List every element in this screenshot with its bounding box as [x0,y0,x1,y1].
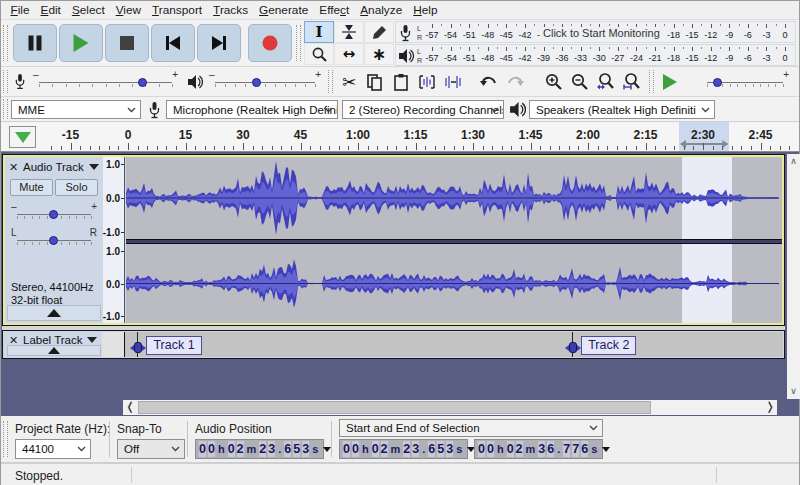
selection-end-field[interactable]: 00h02m36.776s [474,439,603,459]
menu-tracks[interactable]: Tracks [208,3,254,17]
zoom-selection-icon [596,72,616,92]
zoom-selection-button[interactable] [594,70,618,94]
recording-volume-slider[interactable]: –+ [33,67,178,96]
menu-select[interactable]: Select [66,3,110,17]
redo-button[interactable] [503,70,527,94]
playback-meter[interactable]: LR -57-54-51-48-45-42-39-36-33-30-27-24-… [395,44,796,66]
zoom-in-button[interactable] [542,70,566,94]
audio-host-select[interactable]: MME [11,100,141,119]
zoom-out-button[interactable] [568,70,592,94]
slider-thumb[interactable] [49,236,58,245]
horizontal-scroll-thumb[interactable] [138,401,651,414]
edit-toolbar-grip[interactable] [328,70,333,93]
copy-icon [366,73,384,91]
selection-mode-select[interactable]: Start and End of Selection [339,419,603,437]
transport-toolbar-grip[interactable] [3,25,8,62]
timeline-ruler[interactable]: -1501530451:001:151:301:452:002:152:302:… [1,122,799,152]
waveform-canvas[interactable] [126,157,782,323]
track-title[interactable]: Audio Track [23,161,84,173]
selection-start-field[interactable]: 00h02m23.653s [339,439,468,459]
play-button[interactable] [59,24,103,62]
pan-slider[interactable]: LR [11,227,97,247]
gain-slider[interactable]: –+ [11,201,97,221]
chevron-down-icon [490,107,499,113]
cut-button[interactable]: ✂ [337,70,361,94]
multi-tool[interactable]: ∗ [364,43,394,65]
close-track-button[interactable]: ✕ [7,161,20,174]
timeline-options-button[interactable] [9,126,36,148]
menu-file[interactable]: File [5,3,35,17]
stop-icon [120,36,134,50]
device-toolbar-grip[interactable] [3,99,8,118]
playback-volume-icon [187,74,203,90]
mixer-toolbar-grip[interactable] [3,70,8,93]
play-at-speed-button[interactable] [656,70,684,94]
envelope-tool[interactable] [334,21,364,43]
scroll-down-arrow[interactable]: ∨ [787,384,800,399]
menu-generate[interactable]: Generate [254,3,314,17]
tools-toolbar-grip[interactable] [296,25,301,62]
project-rate-select[interactable]: 44100 [15,439,91,459]
playback-device-icon [509,101,526,118]
meter-monitoring-hint[interactable]: Click to Start Monitoring [540,27,663,39]
track-menu-chevron-icon[interactable] [89,164,99,170]
label-track: ✕ Label Track Track 1Track 2 [2,330,785,359]
collapse-track-button[interactable] [7,345,101,356]
menu-transport[interactable]: Transport [147,3,208,17]
record-button[interactable] [248,24,292,62]
play-at-speed-grip[interactable] [649,70,654,93]
playback-device-select[interactable]: Speakers (Realtek High Definiti [529,100,715,119]
stop-button[interactable] [105,24,149,62]
menu-edit[interactable]: Edit [35,3,66,17]
pause-icon [29,36,42,51]
recording-channels-select[interactable]: 2 (Stereo) Recording Channels [342,100,504,119]
skip-to-start-icon [166,36,180,50]
play-speed-slider[interactable]: + [701,67,789,96]
collapse-track-button[interactable] [7,305,101,321]
scroll-left-arrow[interactable]: ❬ [123,400,137,415]
trim-audio-icon [417,73,437,91]
label-text[interactable]: Track 1 [146,336,201,355]
vertical-scrollbar[interactable]: ∧ ∨ [787,154,800,399]
slider-thumb[interactable] [252,78,261,87]
menu-view[interactable]: View [110,3,146,17]
zoom-fit-button[interactable] [620,70,644,94]
menu-bar: FileEditSelectViewTransportTracksGenerat… [1,1,799,20]
horizontal-scrollbar[interactable]: ❬ ❭ [123,400,777,415]
silence-audio-button[interactable] [441,70,465,94]
slider-thumb[interactable] [49,210,58,219]
selection-tool[interactable]: I [304,21,334,43]
pause-button[interactable] [13,24,57,62]
scroll-right-arrow[interactable]: ❭ [763,400,777,415]
skip-to-end-icon [212,36,226,50]
recording-device-select[interactable]: Microphone (Realtek High Defini [166,100,338,119]
menu-analyze[interactable]: Analyze [355,3,408,17]
time-shift-tool[interactable]: ↔ [334,43,364,65]
skip-to-start-button[interactable] [151,24,195,62]
zoom-tool[interactable] [304,43,334,65]
audio-position-field[interactable]: 00h02m23.653s [195,439,324,459]
mute-button[interactable]: Mute [10,179,53,196]
undo-icon [479,74,499,90]
menu-help[interactable]: Help [408,3,443,17]
zoom-out-icon [570,72,590,92]
track-menu-chevron-icon[interactable] [87,337,97,343]
speaker-icon [398,48,414,64]
selection-toolbar-grip[interactable] [3,421,8,458]
slider-thumb[interactable] [138,78,147,87]
paste-button[interactable] [389,70,413,94]
playback-volume-slider[interactable]: –+ [209,67,321,96]
trim-audio-button[interactable] [415,70,439,94]
label-track-canvas[interactable]: Track 1Track 2 [124,332,783,357]
draw-tool[interactable] [364,21,394,43]
undo-button[interactable] [477,70,501,94]
label-text[interactable]: Track 2 [581,336,636,355]
scroll-up-arrow[interactable]: ∧ [787,154,800,169]
slider-thumb[interactable] [713,78,722,87]
recording-meter[interactable]: LR -57-54-51-48-45-42-39-36-33-30-27-24-… [395,21,796,43]
solo-button[interactable]: Solo [55,179,98,196]
snap-to-select[interactable]: Off [117,439,185,459]
copy-button[interactable] [363,70,387,94]
skip-to-end-button[interactable] [197,24,241,62]
menu-effect[interactable]: Effect [314,3,355,17]
